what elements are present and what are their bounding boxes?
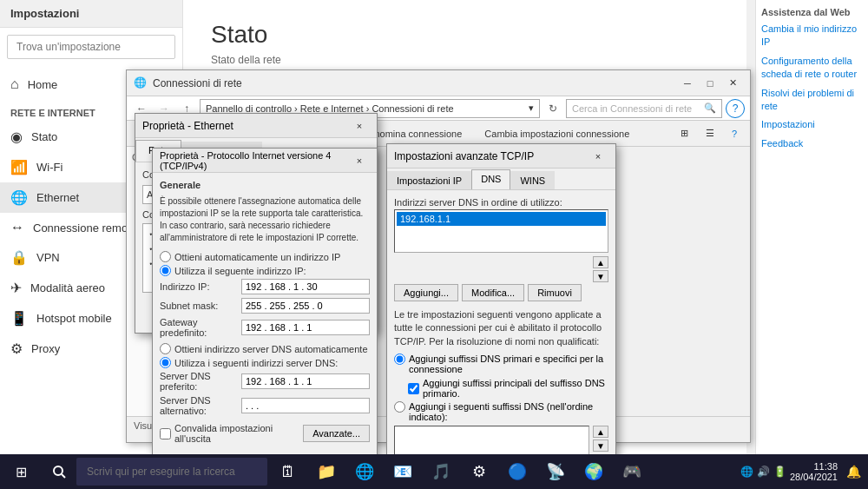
section-text: Le tre impostazioni seguenti vengono app…	[394, 308, 608, 348]
taskbar-icon-0[interactable]: 🗓	[271, 454, 306, 489]
ipv4-dialog: Proprietà - Protocollo Internet versione…	[152, 148, 378, 485]
dns-aggiungi-btn[interactable]: Aggiungi...	[394, 284, 458, 301]
dns-preferred-label: Server DNS preferito:	[160, 371, 238, 392]
radio-auto-dns-input[interactable]	[160, 343, 171, 354]
properties-close-btn[interactable]: ×	[349, 117, 370, 135]
validate-label: Convalida impostazioni all'uscita	[174, 423, 299, 444]
web-link-0[interactable]: Cambia il mio indirizzo IP	[761, 23, 863, 50]
ipv4-close-btn[interactable]: ×	[349, 152, 370, 169]
taskbar-network-icon[interactable]: 🌐	[740, 466, 753, 478]
taskbar-icon-2[interactable]: 🌐	[347, 454, 382, 489]
gateway-input[interactable]	[241, 320, 370, 335]
taskbar-icon-6[interactable]: 🔵	[500, 454, 535, 489]
minimize-button[interactable]: ─	[677, 75, 698, 92]
advanced-btn[interactable]: Avanzate...	[303, 425, 370, 442]
dns-preferred-input[interactable]	[241, 373, 370, 389]
taskbar-icon-8[interactable]: 🌍	[576, 454, 611, 489]
maximize-button[interactable]: □	[700, 75, 720, 92]
web-panel: Assistenza dal Web Cambia il mio indiriz…	[755, 0, 868, 454]
web-link-1[interactable]: Configuramento della scheda di rete o ro…	[761, 55, 863, 82]
taskbar-pinned-icons: 🗓 📁 🌐 📧 🎵 ⚙ 🔵 📡 🌍 🎮	[271, 454, 649, 489]
radio-auto-ip-input[interactable]	[160, 251, 171, 262]
taskbar-icon-9[interactable]: 🎮	[615, 454, 649, 489]
checkbox-primary-input[interactable]	[408, 383, 419, 394]
radio-primary-suffixes[interactable]: Aggiungi suffissi DNS primari e specific…	[394, 354, 608, 374]
ip-row: Indirizzo IP:	[160, 279, 370, 294]
search-taskbar-btn[interactable]	[42, 454, 76, 489]
breadcrumb-chevron: ▾	[529, 102, 534, 114]
advanced-title-text: Impostazioni avanzate TCP/IP	[394, 150, 534, 162]
properties-titlebar: Proprietà - Ethernet ×	[135, 114, 377, 138]
taskbar-clock[interactable]: 11:38 28/04/2021	[790, 461, 843, 482]
subnet-input[interactable]	[241, 298, 370, 314]
start-button[interactable]: ⊞	[0, 454, 42, 489]
taskbar-icon-5[interactable]: ⚙	[462, 454, 496, 489]
web-link-3[interactable]: Impostazioni	[761, 118, 863, 131]
dns-modifica-btn[interactable]: Modifica...	[462, 284, 524, 301]
view-btn-list[interactable]: ☰	[698, 124, 722, 142]
validate-checkbox[interactable]	[160, 428, 171, 439]
advanced-close-btn[interactable]: ×	[588, 148, 608, 165]
ipv4-title-text: Proprietà - Protocollo Internet versione…	[160, 150, 349, 171]
dns-list-item-0[interactable]: 192.168.1.1	[397, 212, 606, 226]
svg-point-0	[54, 466, 62, 475]
radio-manual-dns-input[interactable]	[160, 357, 171, 368]
dns-down-btn[interactable]: ▼	[593, 270, 608, 282]
taskbar-volume-icon[interactable]: 🔊	[757, 466, 770, 478]
proxy-icon: ⚙	[10, 340, 23, 357]
radio-auto-dns[interactable]: Ottieni indirizzo server DNS automaticam…	[160, 343, 370, 354]
adv-tab-wins[interactable]: WINS	[510, 171, 555, 189]
taskbar-icon-7[interactable]: 📡	[538, 454, 573, 489]
dns-servers-list[interactable]: 192.168.1.1	[394, 209, 608, 253]
help-button[interactable]: ?	[726, 99, 745, 118]
search-icon: 🔍	[704, 102, 716, 114]
taskbar-icon-1[interactable]: 📁	[309, 454, 344, 489]
properties-win-controls: ×	[349, 117, 370, 135]
page-subtitle: Stato della rete	[211, 54, 719, 66]
dns-up-btn[interactable]: ▲	[593, 256, 608, 268]
stato-icon: ◉	[10, 129, 23, 145]
adv-dns-content: Indirizzi server DNS in ordine di utiliz…	[387, 190, 615, 489]
settings-search-input[interactable]	[7, 35, 175, 59]
radio-following-suffixes[interactable]: Aggiungi i seguenti suffissi DNS (nell'o…	[394, 401, 608, 422]
radio-manual-dns-label: Utilizza i seguenti indirizzi server DNS…	[174, 358, 338, 368]
checkbox-primary-main[interactable]: Aggiungi suffissi principali del suffiss…	[408, 378, 608, 399]
ipv4-titlebar: Proprietà - Protocollo Internet versione…	[153, 149, 377, 173]
refresh-button[interactable]: ↻	[543, 99, 562, 118]
ipv4-description: È possibile ottenere l'assegnazione auto…	[160, 195, 370, 244]
radio-manual-ip[interactable]: Utilizza il seguente indirizzo IP:	[160, 265, 370, 276]
breadcrumb-text: Pannello di controllo › Rete e Internet …	[206, 103, 454, 114]
toolbar-cambia[interactable]: Cambia impostazioni connessione	[477, 125, 637, 142]
suffix-up-btn[interactable]: ▲	[593, 426, 608, 438]
dns-alternate-input[interactable]	[241, 398, 370, 413]
adv-tab-ip[interactable]: Impostazioni IP	[387, 171, 471, 189]
close-button[interactable]: ✕	[722, 75, 743, 92]
taskbar-date: 28/04/2021	[790, 472, 838, 482]
adv-tab-dns[interactable]: DNS	[471, 169, 510, 189]
ip-input[interactable]	[241, 279, 370, 294]
advanced-titlebar: Impostazioni avanzate TCP/IP ×	[387, 144, 615, 169]
radio-manual-ip-input[interactable]	[160, 265, 171, 276]
taskbar-notification-btn[interactable]: 🔔	[846, 465, 861, 479]
dns-rimuovi-btn[interactable]: Rimuovi	[528, 284, 582, 301]
taskbar-search-input[interactable]	[76, 458, 267, 486]
radio-following-input[interactable]	[394, 401, 405, 413]
dns-btn-row: Aggiungi... Modifica... Rimuovi	[394, 284, 608, 301]
taskbar-system-icons: 🌐 🔊 🔋	[740, 466, 786, 478]
web-link-2[interactable]: Risolvi dei problemi di rete	[761, 87, 863, 114]
suffix-down-btn[interactable]: ▼	[593, 439, 608, 452]
subnet-label: Subnet mask:	[160, 301, 238, 311]
taskbar-battery-icon[interactable]: 🔋	[773, 466, 786, 478]
help-toolbar-btn[interactable]: ?	[724, 124, 745, 142]
validate-row: Convalida impostazioni all'uscita Avanza…	[160, 423, 370, 444]
view-btn[interactable]: ⊞	[673, 124, 696, 142]
radio-primary-input[interactable]	[394, 354, 405, 365]
page-title: Stato	[211, 21, 719, 49]
radio-manual-dns[interactable]: Utilizza i seguenti indirizzi server DNS…	[160, 357, 370, 368]
taskbar-icon-4[interactable]: 🎵	[424, 454, 458, 489]
ipv4-win-controls: ×	[349, 152, 370, 169]
taskbar-icon-3[interactable]: 📧	[385, 454, 420, 489]
web-link-4[interactable]: Feedback	[761, 137, 863, 150]
address-search[interactable]: Cerca in Connessioni di rete 🔍	[566, 99, 722, 118]
radio-auto-ip[interactable]: Ottieni automaticamente un indirizzo IP	[160, 251, 370, 262]
